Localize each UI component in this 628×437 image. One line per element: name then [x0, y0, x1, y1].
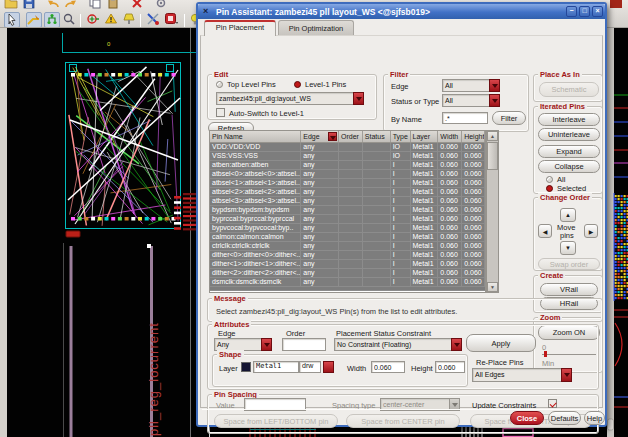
select-cursor-icon[interactable] — [4, 12, 20, 28]
scroll-up-icon[interactable]: ▲ — [487, 131, 498, 141]
table-row[interactable]: bypvcocal:bypvcocal:byp..anyIMetal10.060… — [210, 224, 485, 233]
table-row[interactable]: bypdsm:bypdsm:bypdsmanyIMetal10.0600.060 — [210, 206, 485, 215]
table-row[interactable]: atbsel<3>:atbsel<3>:atbsel..anyIMetal10.… — [210, 197, 485, 206]
header-layer[interactable]: Layer — [411, 131, 439, 142]
header-order[interactable]: Order — [339, 131, 363, 142]
cell-width: 0.060 — [438, 206, 462, 214]
move-down-button[interactable]: ▼ — [560, 241, 576, 255]
by-name-input[interactable] — [442, 112, 488, 124]
hierarchy-tree-icon[interactable] — [44, 12, 60, 28]
undo-icon[interactable] — [46, 0, 62, 12]
edge-filter-dropdown[interactable]: All — [442, 79, 500, 92]
table-row[interactable]: ctrlclk:ctrlclk:ctrlclkanyIMetal10.0600.… — [210, 242, 485, 251]
header-height[interactable]: Height — [462, 131, 485, 142]
space-left-bottom-button[interactable]: Space from LEFT/BOTTOM pin — [214, 414, 338, 428]
iterated-selected-radio[interactable] — [546, 185, 553, 192]
interleave-button[interactable]: Interleave — [538, 113, 600, 126]
maximize-button[interactable]: □ — [579, 6, 590, 17]
header-width[interactable]: Width — [438, 131, 462, 142]
replace-pins-dropdown[interactable]: All Edges — [472, 368, 572, 382]
scroll-down-icon[interactable]: ▼ — [487, 282, 498, 292]
cell-select-arrow-icon[interactable] — [353, 92, 364, 105]
apply-button[interactable]: Apply — [466, 334, 536, 352]
defaults-button[interactable]: Defaults — [548, 411, 581, 425]
table-row[interactable]: byprccal:byprccal:byprccalanyIMetal10.06… — [210, 215, 485, 224]
uninterleave-button[interactable]: Uninterleave — [538, 128, 600, 141]
table-row[interactable]: calmon:calmon:calmonanyIMetal10.0600.060 — [210, 233, 485, 242]
header-pin-name[interactable]: Pin Name — [210, 131, 301, 142]
header-edge[interactable]: Edge — [301, 131, 339, 142]
save-icon[interactable] — [22, 0, 38, 12]
table-row[interactable]: dither<1>:dither<1>:dither<..anyIMetal10… — [210, 260, 485, 269]
schematic-button[interactable]: Schematic — [539, 82, 599, 97]
space-center-button[interactable]: Space from CENTER pin — [346, 414, 460, 428]
scroll-thumb[interactable] — [487, 142, 498, 170]
cell-select-dropdown[interactable]: zambezi45:pll_dig:layout_WS — [216, 92, 364, 105]
attr-order-input[interactable] — [282, 338, 326, 351]
iterated-all-radio[interactable] — [546, 176, 553, 183]
status-filter-dropdown[interactable]: All — [442, 94, 500, 107]
auto-switch-checkbox[interactable] — [216, 108, 225, 117]
top-level-pins-radio[interactable] — [216, 81, 223, 88]
edge-filter-arrow-icon[interactable] — [489, 79, 500, 92]
wire-edit-icon[interactable] — [26, 12, 42, 28]
status-filter-arrow-icon[interactable] — [489, 94, 500, 107]
expand-button[interactable]: Expand — [538, 145, 600, 158]
warning-marker-icon[interactable] — [104, 12, 120, 28]
cell-width: 0.060 — [438, 215, 462, 223]
dialog-titlebar[interactable]: × Pin Assistant: zambezi45 pll layout_WS… — [198, 4, 605, 19]
table-row[interactable]: dsmclk:dsmclk:dsmclkanyIMetal10.0600.060 — [210, 278, 485, 287]
layer-purpose-field[interactable]: drw — [299, 361, 321, 373]
shape-height-input[interactable] — [435, 361, 465, 373]
table-row[interactable]: atben:atben:atbenanyIMetal10.0600.060 — [210, 161, 485, 170]
tab-pin-optimization[interactable]: Pin Optimization — [278, 20, 354, 36]
stop-drop-icon[interactable] — [164, 12, 180, 28]
attr-edge-arrow-icon[interactable] — [261, 338, 272, 351]
copy-icon[interactable] — [88, 0, 104, 12]
header-edge-text: Edge — [303, 133, 319, 140]
delete-icon[interactable] — [130, 0, 146, 12]
edge-sort-button-icon[interactable] — [328, 132, 337, 141]
swap-order-button[interactable]: Swap order — [538, 258, 600, 270]
attr-edge-label: Edge — [218, 329, 236, 338]
level1-pins-radio[interactable] — [294, 81, 301, 88]
attr-constraint-dropdown[interactable]: No Constraint (Floating) — [334, 338, 462, 351]
filter-button[interactable]: Filter — [492, 111, 526, 125]
tab-pin-placement[interactable]: Pin Placement — [204, 20, 276, 36]
table-row[interactable]: dither<2>:dither<2>:dither<..anyIMetal10… — [210, 269, 485, 278]
vrail-button[interactable]: VRail — [540, 283, 598, 296]
collapse-button[interactable]: Collapse — [538, 160, 600, 173]
attr-constraint-arrow-icon[interactable] — [451, 338, 462, 351]
move-left-button[interactable]: ◀ — [538, 224, 552, 238]
table-row[interactable]: atbsel<2>:atbsel<2>:atbsel..anyIMetal10.… — [210, 188, 485, 197]
open-file-icon[interactable] — [4, 0, 20, 12]
zoom-select-icon[interactable] — [62, 12, 78, 28]
cell-edge: any — [301, 260, 339, 268]
shape-width-input[interactable] — [371, 361, 405, 373]
table-row[interactable]: VDD:VDD:VDDanyIOMetal10.0600.060 — [210, 143, 485, 152]
table-row[interactable]: atbsel<1>:atbsel<1>:atbsel..anyIMetal10.… — [210, 179, 485, 188]
update-constraints-checkbox[interactable] — [548, 399, 557, 408]
layer-name-field[interactable]: Metal1 — [253, 361, 299, 373]
replace-pins-arrow-icon[interactable] — [561, 368, 572, 382]
lamp-icon[interactable] — [122, 12, 138, 28]
pin-table-scrollbar[interactable]: ▲ ▼ — [486, 130, 499, 293]
minimize-button[interactable]: − — [566, 6, 577, 17]
settings-icon[interactable] — [154, 0, 170, 12]
close-button[interactable]: Close — [510, 411, 544, 425]
move-right-button[interactable]: ▶ — [584, 224, 598, 238]
table-row[interactable]: VSS:VSS:VSSanyIOMetal10.0600.060 — [210, 152, 485, 161]
redo-icon[interactable] — [64, 0, 80, 12]
probe-tools-icon[interactable] — [146, 12, 162, 28]
header-type[interactable]: Type — [391, 131, 411, 142]
table-row[interactable]: atbsel<0>:atbsel<0>:atbsel..anyIMetal10.… — [210, 170, 485, 179]
move-up-button[interactable]: ▲ — [560, 208, 576, 222]
paste-icon[interactable] — [106, 0, 122, 12]
help-button[interactable]: Help — [584, 411, 605, 425]
pin-place-icon[interactable] — [86, 12, 102, 28]
header-status[interactable]: Status — [363, 131, 391, 142]
table-row[interactable]: dither<0>:dither<0>:dither<..anyIMetal10… — [210, 251, 485, 260]
close-window-button[interactable]: × — [592, 6, 603, 17]
layer-arrow-icon[interactable] — [323, 361, 334, 373]
table-row-partial[interactable] — [210, 287, 485, 291]
